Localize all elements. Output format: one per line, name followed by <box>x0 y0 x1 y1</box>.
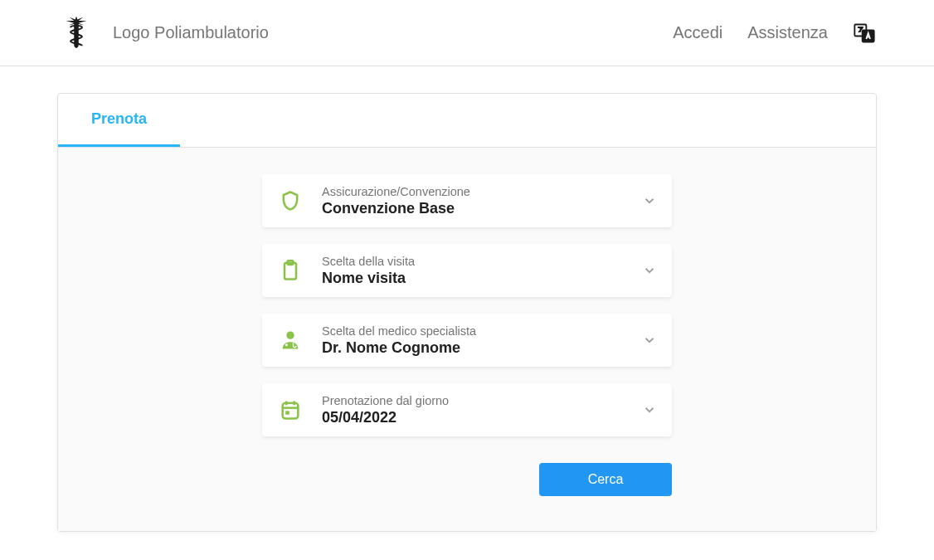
doctor-select[interactable]: Scelta del medico specialista Dr. Nome C… <box>262 314 672 367</box>
visit-text: Scelta della visita Nome visita <box>322 254 642 288</box>
insurance-text: Assicurazione/Convenzione Convenzione Ba… <box>322 184 642 218</box>
language-icon[interactable] <box>853 22 876 45</box>
header-left: Logo Poliambulatorio <box>58 15 269 51</box>
clipboard-icon <box>277 257 304 284</box>
svg-point-4 <box>286 332 294 339</box>
doctor-label: Scelta del medico specialista <box>322 324 642 338</box>
booking-form: Assicurazione/Convenzione Convenzione Ba… <box>58 148 876 531</box>
svg-point-5 <box>285 343 288 346</box>
date-text: Prenotazione dal giorno 05/04/2022 <box>322 393 642 427</box>
insurance-label: Assicurazione/Convenzione <box>322 184 642 199</box>
insurance-value: Convenzione Base <box>322 199 642 218</box>
app-header: Logo Poliambulatorio Accedi Assistenza <box>0 0 934 66</box>
date-select[interactable]: Prenotazione dal giorno 05/04/2022 <box>262 383 672 436</box>
chevron-down-icon <box>642 402 657 417</box>
chevron-down-icon <box>642 333 657 348</box>
shield-icon <box>277 187 304 214</box>
date-label: Prenotazione dal giorno <box>322 393 642 408</box>
assistance-link[interactable]: Assistenza <box>747 23 828 42</box>
login-link[interactable]: Accedi <box>673 23 722 42</box>
caduceus-logo-icon <box>58 15 95 51</box>
doctor-value: Dr. Nome Cognome <box>322 338 642 358</box>
chevron-down-icon <box>642 193 657 208</box>
visit-label: Scelta della visita <box>322 254 642 269</box>
chevron-down-icon <box>642 263 657 278</box>
tabs: Prenota <box>58 94 876 148</box>
date-value: 05/04/2022 <box>322 408 642 427</box>
doctor-text: Scelta del medico specialista Dr. Nome C… <box>322 324 642 358</box>
doctor-icon <box>277 327 304 353</box>
calendar-icon <box>277 397 304 423</box>
svg-rect-6 <box>283 403 299 419</box>
field-group: Assicurazione/Convenzione Convenzione Ba… <box>262 174 672 436</box>
booking-card: Prenota Assicurazione/Convenzione Conven… <box>57 93 877 532</box>
tab-book[interactable]: Prenota <box>58 94 180 147</box>
page-content: Prenota Assicurazione/Convenzione Conven… <box>0 66 934 558</box>
search-button[interactable]: Cerca <box>539 463 672 496</box>
visit-select[interactable]: Scelta della visita Nome visita <box>262 244 672 297</box>
svg-rect-7 <box>285 411 289 415</box>
header-right: Accedi Assistenza <box>673 22 876 45</box>
logo-text: Logo Poliambulatorio <box>113 23 269 42</box>
visit-value: Nome visita <box>322 269 642 288</box>
form-actions: Cerca <box>262 463 672 496</box>
insurance-select[interactable]: Assicurazione/Convenzione Convenzione Ba… <box>262 174 672 227</box>
